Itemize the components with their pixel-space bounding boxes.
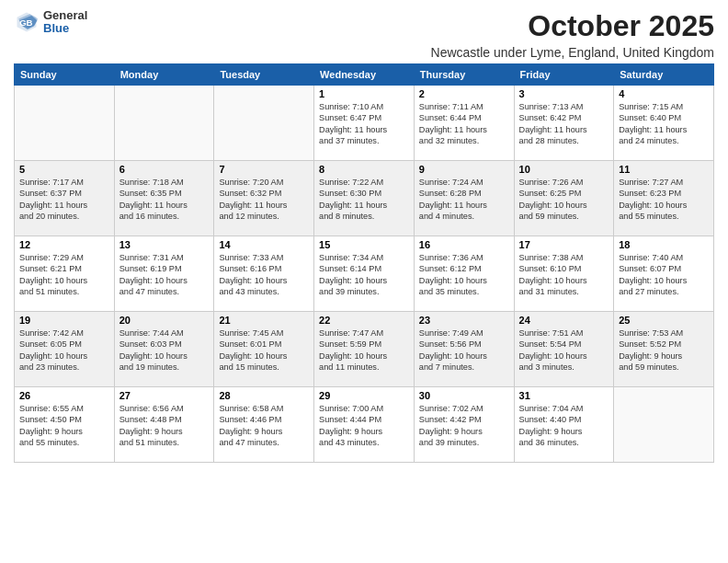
- day-detail: Sunrise: 7:22 AM Sunset: 6:30 PM Dayligh…: [319, 177, 409, 223]
- day-detail: Sunrise: 7:51 AM Sunset: 5:54 PM Dayligh…: [519, 327, 609, 373]
- day-number: 24: [519, 315, 609, 326]
- week-row-1: 1Sunrise: 7:10 AM Sunset: 6:47 PM Daylig…: [15, 86, 714, 161]
- day-detail: Sunrise: 7:10 AM Sunset: 6:47 PM Dayligh…: [319, 101, 409, 147]
- day-detail: Sunrise: 7:31 AM Sunset: 6:19 PM Dayligh…: [119, 252, 210, 298]
- day-number: 19: [19, 315, 109, 326]
- day-detail: Sunrise: 7:00 AM Sunset: 4:44 PM Dayligh…: [319, 403, 409, 449]
- calendar-cell: 9Sunrise: 7:24 AM Sunset: 6:28 PM Daylig…: [414, 161, 514, 236]
- day-detail: Sunrise: 7:53 AM Sunset: 5:52 PM Dayligh…: [619, 327, 709, 373]
- day-detail: Sunrise: 7:29 AM Sunset: 6:21 PM Dayligh…: [19, 252, 109, 298]
- day-detail: Sunrise: 7:49 AM Sunset: 5:56 PM Dayligh…: [419, 327, 509, 373]
- day-number: 27: [119, 390, 210, 401]
- week-row-3: 12Sunrise: 7:29 AM Sunset: 6:21 PM Dayli…: [15, 236, 714, 312]
- day-detail: Sunrise: 7:02 AM Sunset: 4:42 PM Dayligh…: [419, 403, 509, 449]
- calendar-cell: 2Sunrise: 7:11 AM Sunset: 6:44 PM Daylig…: [414, 86, 514, 161]
- week-row-2: 5Sunrise: 7:17 AM Sunset: 6:37 PM Daylig…: [15, 161, 714, 236]
- calendar-cell: 10Sunrise: 7:26 AM Sunset: 6:25 PM Dayli…: [514, 161, 614, 236]
- header-sunday: Sunday: [15, 64, 115, 86]
- day-number: 7: [219, 164, 309, 175]
- day-detail: Sunrise: 7:33 AM Sunset: 6:16 PM Dayligh…: [219, 252, 309, 298]
- calendar-table: Sunday Monday Tuesday Wednesday Thursday…: [14, 63, 714, 463]
- svg-text:GB: GB: [19, 18, 32, 29]
- day-number: 28: [219, 390, 309, 401]
- week-row-4: 19Sunrise: 7:42 AM Sunset: 6:05 PM Dayli…: [15, 312, 714, 387]
- calendar-cell: 17Sunrise: 7:38 AM Sunset: 6:10 PM Dayli…: [514, 236, 614, 312]
- day-number: 3: [519, 88, 609, 99]
- logo-icon: GB: [14, 9, 40, 35]
- day-number: 25: [619, 315, 709, 326]
- calendar-cell: 12Sunrise: 7:29 AM Sunset: 6:21 PM Dayli…: [15, 236, 115, 312]
- day-number: 8: [319, 164, 409, 175]
- calendar-cell: 1Sunrise: 7:10 AM Sunset: 6:47 PM Daylig…: [314, 86, 415, 161]
- header-tuesday: Tuesday: [214, 64, 314, 86]
- month-title: October 2025: [431, 9, 714, 43]
- day-number: 18: [619, 239, 709, 250]
- header-saturday: Saturday: [614, 64, 714, 86]
- day-detail: Sunrise: 6:56 AM Sunset: 4:48 PM Dayligh…: [119, 403, 210, 449]
- day-detail: Sunrise: 7:27 AM Sunset: 6:23 PM Dayligh…: [619, 177, 709, 223]
- day-detail: Sunrise: 7:44 AM Sunset: 6:03 PM Dayligh…: [119, 327, 210, 373]
- calendar-cell: [214, 86, 314, 161]
- calendar-cell: 30Sunrise: 7:02 AM Sunset: 4:42 PM Dayli…: [414, 387, 514, 463]
- logo-text: General Blue: [43, 9, 87, 36]
- logo-blue: Blue: [43, 22, 87, 35]
- calendar-cell: 27Sunrise: 6:56 AM Sunset: 4:48 PM Dayli…: [114, 387, 214, 463]
- logo: GB General Blue: [14, 9, 87, 36]
- calendar-cell: 29Sunrise: 7:00 AM Sunset: 4:44 PM Dayli…: [314, 387, 415, 463]
- day-detail: Sunrise: 7:34 AM Sunset: 6:14 PM Dayligh…: [319, 252, 409, 298]
- calendar-cell: 31Sunrise: 7:04 AM Sunset: 4:40 PM Dayli…: [514, 387, 614, 463]
- week-row-5: 26Sunrise: 6:55 AM Sunset: 4:50 PM Dayli…: [15, 387, 714, 463]
- calendar-header: Sunday Monday Tuesday Wednesday Thursday…: [15, 64, 714, 86]
- calendar-cell: 23Sunrise: 7:49 AM Sunset: 5:56 PM Dayli…: [414, 312, 514, 387]
- calendar-cell: 18Sunrise: 7:40 AM Sunset: 6:07 PM Dayli…: [614, 236, 714, 312]
- calendar-cell: 25Sunrise: 7:53 AM Sunset: 5:52 PM Dayli…: [614, 312, 714, 387]
- calendar-cell: 19Sunrise: 7:42 AM Sunset: 6:05 PM Dayli…: [15, 312, 115, 387]
- calendar-cell: 15Sunrise: 7:34 AM Sunset: 6:14 PM Dayli…: [314, 236, 415, 312]
- header-row: Sunday Monday Tuesday Wednesday Thursday…: [15, 64, 714, 86]
- calendar-cell: [15, 86, 115, 161]
- day-detail: Sunrise: 7:42 AM Sunset: 6:05 PM Dayligh…: [19, 327, 109, 373]
- logo-general: General: [43, 9, 87, 22]
- day-number: 14: [219, 239, 309, 250]
- day-detail: Sunrise: 7:38 AM Sunset: 6:10 PM Dayligh…: [519, 252, 609, 298]
- header-monday: Monday: [114, 64, 214, 86]
- header-friday: Friday: [514, 64, 614, 86]
- calendar-cell: [114, 86, 214, 161]
- calendar-cell: 6Sunrise: 7:18 AM Sunset: 6:35 PM Daylig…: [114, 161, 214, 236]
- day-detail: Sunrise: 7:17 AM Sunset: 6:37 PM Dayligh…: [19, 177, 109, 223]
- calendar-cell: 11Sunrise: 7:27 AM Sunset: 6:23 PM Dayli…: [614, 161, 714, 236]
- calendar-page: GB General Blue October 2025 Newcastle u…: [0, 0, 728, 563]
- calendar-cell: 3Sunrise: 7:13 AM Sunset: 6:42 PM Daylig…: [514, 86, 614, 161]
- day-detail: Sunrise: 7:36 AM Sunset: 6:12 PM Dayligh…: [419, 252, 509, 298]
- day-number: 9: [419, 164, 509, 175]
- location: Newcastle under Lyme, England, United Ki…: [431, 45, 714, 60]
- day-detail: Sunrise: 7:15 AM Sunset: 6:40 PM Dayligh…: [619, 101, 709, 147]
- header-wednesday: Wednesday: [314, 64, 415, 86]
- day-number: 11: [619, 164, 709, 175]
- day-number: 10: [519, 164, 609, 175]
- calendar-cell: [614, 387, 714, 463]
- day-number: 13: [119, 239, 210, 250]
- day-number: 29: [319, 390, 409, 401]
- calendar-cell: 22Sunrise: 7:47 AM Sunset: 5:59 PM Dayli…: [314, 312, 415, 387]
- calendar-cell: 8Sunrise: 7:22 AM Sunset: 6:30 PM Daylig…: [314, 161, 415, 236]
- calendar-cell: 28Sunrise: 6:58 AM Sunset: 4:46 PM Dayli…: [214, 387, 314, 463]
- calendar-cell: 16Sunrise: 7:36 AM Sunset: 6:12 PM Dayli…: [414, 236, 514, 312]
- day-number: 26: [19, 390, 109, 401]
- calendar-cell: 4Sunrise: 7:15 AM Sunset: 6:40 PM Daylig…: [614, 86, 714, 161]
- day-number: 23: [419, 315, 509, 326]
- day-detail: Sunrise: 7:04 AM Sunset: 4:40 PM Dayligh…: [519, 403, 609, 449]
- calendar-cell: 7Sunrise: 7:20 AM Sunset: 6:32 PM Daylig…: [214, 161, 314, 236]
- day-detail: Sunrise: 7:18 AM Sunset: 6:35 PM Dayligh…: [119, 177, 210, 223]
- calendar-cell: 21Sunrise: 7:45 AM Sunset: 6:01 PM Dayli…: [214, 312, 314, 387]
- day-number: 30: [419, 390, 509, 401]
- day-detail: Sunrise: 7:20 AM Sunset: 6:32 PM Dayligh…: [219, 177, 309, 223]
- header: GB General Blue October 2025 Newcastle u…: [14, 9, 714, 60]
- calendar-cell: 26Sunrise: 6:55 AM Sunset: 4:50 PM Dayli…: [15, 387, 115, 463]
- day-detail: Sunrise: 7:40 AM Sunset: 6:07 PM Dayligh…: [619, 252, 709, 298]
- day-detail: Sunrise: 7:24 AM Sunset: 6:28 PM Dayligh…: [419, 177, 509, 223]
- title-block: October 2025 Newcastle under Lyme, Engla…: [431, 9, 714, 60]
- day-detail: Sunrise: 7:45 AM Sunset: 6:01 PM Dayligh…: [219, 327, 309, 373]
- day-number: 5: [19, 164, 109, 175]
- calendar-cell: 24Sunrise: 7:51 AM Sunset: 5:54 PM Dayli…: [514, 312, 614, 387]
